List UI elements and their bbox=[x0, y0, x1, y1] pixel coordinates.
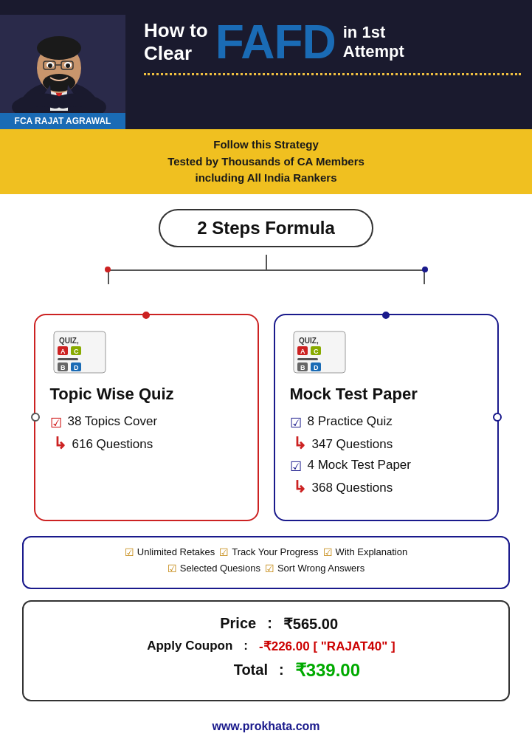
features-row-1: ☑ Unlimited Retakes ☑ Track Your Progres… bbox=[38, 546, 494, 558]
person-name: FCA RAJAT AGRAWAL bbox=[0, 113, 125, 129]
total-colon: : bbox=[279, 662, 284, 678]
strategy-text: Follow this Strategy Tested by Thousands… bbox=[11, 137, 521, 187]
svg-text:B: B bbox=[300, 364, 305, 371]
check-icon-3: ☑ bbox=[290, 458, 302, 475]
feature-track: ☑ Track Your Progress bbox=[219, 546, 318, 558]
topic-wise-quiz-card: QUIZ, A C B D Topic Wise Qu bbox=[34, 314, 259, 521]
features-bar: ☑ Unlimited Retakes ☑ Track Your Progres… bbox=[22, 536, 510, 589]
feature-sort: ☑ Sort Wrong Answers bbox=[265, 563, 365, 574]
sub-347-text: 347 Questions bbox=[312, 437, 393, 452]
sub-368-text: 368 Questions bbox=[312, 481, 393, 495]
how-to-text: How to bbox=[144, 20, 208, 41]
steps-formula-box: 2 Steps Formula bbox=[159, 209, 373, 247]
svg-rect-33 bbox=[297, 358, 318, 360]
quiz-icon-left: QUIZ, A C B D bbox=[50, 330, 243, 377]
feature-8-quiz: ☑ 8 Practice Quiz bbox=[290, 414, 483, 431]
strategy-bar: Follow this Strategy Tested by Thousands… bbox=[0, 129, 532, 194]
svg-text:C: C bbox=[74, 348, 79, 355]
dot-top-left bbox=[142, 312, 150, 319]
steps-formula-container: 2 Steps Formula bbox=[22, 209, 510, 247]
features-row-2: ☑ Selected Quesions ☑ Sort Wrong Answers bbox=[38, 563, 494, 574]
svg-point-10 bbox=[66, 63, 70, 68]
footer: www.prokhata.com bbox=[22, 712, 510, 740]
check-track: ☑ bbox=[219, 546, 229, 558]
price-row: Price : ₹565.00 bbox=[46, 615, 486, 633]
feature-4-mock: ☑ 4 Mock Test Paper bbox=[290, 458, 483, 475]
website-url: www.prokhata.com bbox=[212, 720, 319, 732]
total-value: ₹339.00 bbox=[295, 660, 360, 681]
arrow-icon-3: ↳ bbox=[293, 479, 306, 495]
svg-text:D: D bbox=[314, 364, 319, 371]
person-image bbox=[0, 15, 125, 129]
sub-347: ↳ 347 Questions bbox=[290, 437, 483, 452]
dot-right-card bbox=[493, 413, 502, 422]
check-selected: ☑ bbox=[167, 563, 177, 574]
clear-text: Clear bbox=[144, 43, 208, 64]
feature-38-text: 38 Topics Cover bbox=[68, 414, 158, 429]
svg-rect-22 bbox=[58, 358, 78, 360]
arrow-icon-1: ↳ bbox=[53, 436, 66, 452]
dot-top-right bbox=[382, 312, 390, 319]
total-label: Total bbox=[172, 662, 268, 678]
sub-616: ↳ 616 Questions bbox=[50, 437, 243, 452]
pricing-box: Price : ₹565.00 Apply Coupon : -₹226.00 … bbox=[22, 600, 510, 701]
feature-selected: ☑ Selected Quesions bbox=[167, 563, 260, 574]
sub-368: ↳ 368 Questions bbox=[290, 481, 483, 495]
svg-text:QUIZ,: QUIZ, bbox=[299, 337, 319, 345]
attempt-text: Attempt bbox=[343, 43, 404, 61]
in-1st-text: in 1st bbox=[343, 24, 404, 41]
feature-38-topics: ☑ 38 Topics Cover bbox=[50, 414, 243, 431]
svg-text:D: D bbox=[74, 364, 79, 371]
arrow-icon-2: ↳ bbox=[293, 436, 306, 452]
header: FCA RAJAT AGRAWAL How to Clear FAFD in 1… bbox=[0, 0, 532, 129]
feature-8-text: 8 Practice Quiz bbox=[308, 414, 393, 429]
feature-unlimited: ☑ Unlimited Retakes bbox=[125, 546, 215, 558]
svg-text:A: A bbox=[61, 348, 66, 355]
quiz-icon-right: QUIZ, A C B D bbox=[290, 330, 483, 377]
header-text: How to Clear FAFD in 1st Attempt bbox=[137, 0, 532, 129]
feature-explanation: ☑ With Explanation bbox=[323, 546, 408, 558]
person-section: FCA RAJAT AGRAWAL bbox=[0, 0, 137, 129]
check-icon-2: ☑ bbox=[290, 415, 302, 431]
svg-text:C: C bbox=[314, 348, 319, 355]
coupon-colon: : bbox=[243, 639, 248, 653]
mock-test-title: Mock Test Paper bbox=[290, 385, 483, 404]
topic-wise-title: Topic Wise Quiz bbox=[50, 385, 243, 404]
svg-point-5 bbox=[37, 36, 81, 60]
price-value: ₹565.00 bbox=[283, 615, 372, 633]
main-content: 2 Steps Formula QUIZ, A bbox=[0, 194, 532, 755]
cards-row: QUIZ, A C B D Topic Wise Qu bbox=[22, 314, 510, 521]
check-explanation: ☑ bbox=[323, 546, 333, 558]
price-colon: : bbox=[267, 615, 272, 632]
svg-point-9 bbox=[48, 63, 52, 68]
check-unlimited: ☑ bbox=[125, 546, 134, 558]
total-row: Total : ₹339.00 bbox=[46, 660, 486, 681]
check-sort: ☑ bbox=[265, 563, 274, 574]
coupon-label: Apply Coupon bbox=[137, 639, 232, 653]
mock-test-card: QUIZ, A C B D Mock Test Paper ☑ 8 Practi… bbox=[274, 314, 499, 521]
svg-text:B: B bbox=[61, 364, 66, 371]
dot-left-card bbox=[31, 413, 40, 422]
svg-text:A: A bbox=[300, 348, 305, 355]
sub-616-text: 616 Questions bbox=[72, 437, 153, 452]
fafd-text: FAFD bbox=[215, 18, 336, 66]
check-icon-1: ☑ bbox=[50, 415, 62, 431]
coupon-value: -₹226.00 [ "RAJAT40" ] bbox=[259, 639, 395, 654]
coupon-row: Apply Coupon : -₹226.00 [ "RAJAT40" ] bbox=[46, 639, 486, 654]
svg-text:QUIZ,: QUIZ, bbox=[59, 337, 79, 345]
price-label: Price bbox=[160, 615, 256, 632]
feature-4-text: 4 Mock Test Paper bbox=[308, 458, 411, 472]
